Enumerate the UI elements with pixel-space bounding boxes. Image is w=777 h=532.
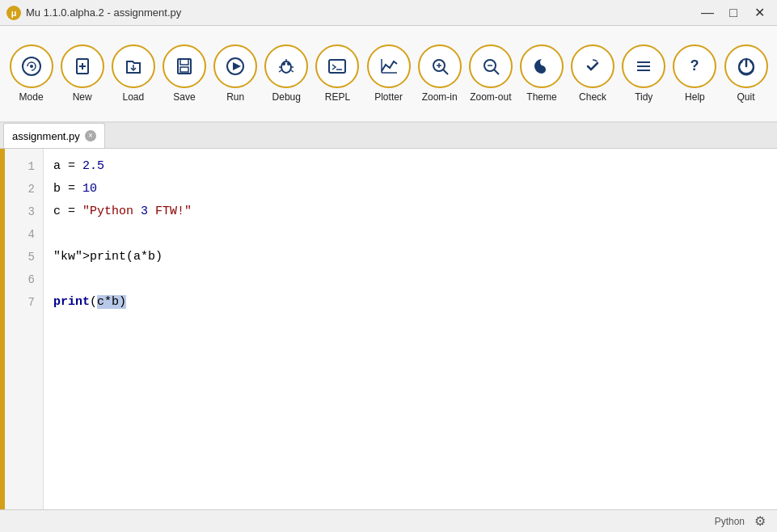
tidy-label: Tidy bbox=[635, 91, 652, 103]
code-line[interactable]: a = 2.5 bbox=[44, 155, 777, 178]
settings-gear-icon[interactable]: ⚙ bbox=[751, 513, 769, 530]
run-label: Run bbox=[226, 91, 244, 103]
svg-line-19 bbox=[291, 70, 293, 72]
toolbar-repl-button[interactable]: REPL bbox=[313, 30, 362, 117]
svg-line-18 bbox=[279, 70, 281, 72]
toolbar-zoom-out-button[interactable]: Zoom-out bbox=[466, 30, 515, 117]
code-line[interactable] bbox=[44, 268, 777, 291]
toolbar-save-button[interactable]: Save bbox=[159, 30, 209, 117]
toolbar-load-button[interactable]: Load bbox=[108, 30, 158, 117]
save-icon bbox=[163, 44, 206, 88]
toolbar: ModeNewLoadSaveRunDebugREPLPlotterZoom-i… bbox=[0, 26, 777, 123]
svg-marker-12 bbox=[233, 62, 241, 70]
plotter-label: Plotter bbox=[374, 91, 403, 103]
run-icon bbox=[213, 44, 257, 88]
tab-filename: assignment.py bbox=[12, 130, 80, 142]
close-button[interactable]: ✕ bbox=[748, 5, 771, 21]
check-icon bbox=[571, 44, 614, 88]
svg-text:μ: μ bbox=[11, 8, 17, 18]
new-icon bbox=[61, 44, 104, 88]
toolbar-mode-button[interactable]: Mode bbox=[6, 30, 56, 117]
toolbar-help-button[interactable]: ?Help bbox=[670, 30, 720, 117]
mode-label: Mode bbox=[19, 91, 44, 103]
theme-icon bbox=[520, 44, 564, 88]
toolbar-debug-button[interactable]: Debug bbox=[262, 30, 311, 117]
svg-point-3 bbox=[30, 65, 33, 68]
status-bar: Python ⚙ bbox=[0, 509, 777, 532]
debug-label: Debug bbox=[272, 91, 301, 103]
load-label: Load bbox=[123, 91, 145, 103]
line-number: 6 bbox=[5, 268, 43, 291]
theme-label: Theme bbox=[526, 91, 556, 103]
window-controls: — □ ✕ bbox=[696, 5, 771, 21]
help-icon: ? bbox=[673, 44, 716, 88]
line-number: 7 bbox=[5, 291, 43, 314]
toolbar-quit-button[interactable]: Quit bbox=[721, 30, 771, 117]
python-mode-label: Python bbox=[715, 516, 745, 527]
toolbar-theme-button[interactable]: Theme bbox=[517, 30, 566, 117]
check-label: Check bbox=[579, 91, 606, 103]
line-number: 3 bbox=[5, 201, 43, 223]
help-label: Help bbox=[685, 91, 705, 103]
zoom-in-label: Zoom-in bbox=[422, 91, 458, 103]
line-number: 2 bbox=[5, 178, 43, 201]
tab-close-button[interactable]: × bbox=[85, 130, 96, 141]
minimize-button[interactable]: — bbox=[696, 5, 719, 21]
title-left: μ Mu 1.1.0.alpha.2 - assignment.py bbox=[6, 6, 181, 20]
tab-bar: assignment.py × bbox=[0, 123, 777, 149]
svg-rect-9 bbox=[180, 59, 188, 65]
code-line[interactable] bbox=[44, 223, 777, 246]
window-title: Mu 1.1.0.alpha.2 - assignment.py bbox=[26, 6, 181, 19]
toolbar-run-button[interactable]: Run bbox=[211, 30, 260, 117]
toolbar-plotter-button[interactable]: Plotter bbox=[364, 30, 413, 117]
svg-line-30 bbox=[494, 70, 499, 74]
maximize-button[interactable]: □ bbox=[722, 5, 745, 21]
toolbar-check-button[interactable]: Check bbox=[568, 30, 618, 117]
zoom-out-icon bbox=[469, 44, 513, 88]
mode-icon bbox=[10, 44, 53, 88]
line-numbers: 1234567 bbox=[5, 149, 44, 509]
code-area[interactable]: a = 2.5b = 10c = "Python 3 FTW!" "kw">pr… bbox=[44, 149, 777, 509]
toolbar-new-button[interactable]: New bbox=[57, 30, 107, 117]
code-line[interactable]: "kw">print(a*b) bbox=[44, 246, 777, 268]
code-line[interactable]: c = "Python 3 FTW!" bbox=[44, 201, 777, 223]
toolbar-zoom-in-button[interactable]: Zoom-in bbox=[415, 30, 464, 117]
zoom-in-icon bbox=[418, 44, 462, 88]
editor: 1234567 a = 2.5b = 10c = "Python 3 FTW!"… bbox=[0, 149, 777, 509]
zoom-out-label: Zoom-out bbox=[470, 91, 511, 103]
tidy-icon bbox=[622, 44, 665, 88]
line-number: 5 bbox=[5, 246, 43, 268]
code-line[interactable]: b = 10 bbox=[44, 178, 777, 201]
plotter-icon bbox=[367, 44, 411, 88]
mu-logo-icon: μ bbox=[6, 6, 21, 20]
svg-point-14 bbox=[282, 62, 285, 65]
line-number: 4 bbox=[5, 223, 43, 246]
quit-label: Quit bbox=[737, 91, 755, 103]
new-label: New bbox=[73, 91, 92, 103]
line-number: 1 bbox=[5, 155, 43, 178]
save-label: Save bbox=[173, 91, 195, 103]
repl-icon bbox=[315, 44, 359, 88]
load-icon bbox=[112, 44, 155, 88]
file-tab[interactable]: assignment.py × bbox=[3, 123, 105, 148]
code-line[interactable]: print(c*b) bbox=[44, 291, 777, 314]
toolbar-tidy-button[interactable]: Tidy bbox=[619, 30, 669, 117]
debug-icon bbox=[264, 44, 308, 88]
svg-rect-21 bbox=[329, 60, 345, 73]
title-bar: μ Mu 1.1.0.alpha.2 - assignment.py — □ ✕ bbox=[0, 0, 777, 26]
quit-icon bbox=[724, 44, 768, 88]
svg-rect-10 bbox=[180, 67, 188, 72]
svg-text:?: ? bbox=[690, 57, 699, 74]
svg-point-15 bbox=[287, 62, 290, 65]
svg-line-26 bbox=[443, 70, 448, 74]
repl-label: REPL bbox=[325, 91, 350, 103]
